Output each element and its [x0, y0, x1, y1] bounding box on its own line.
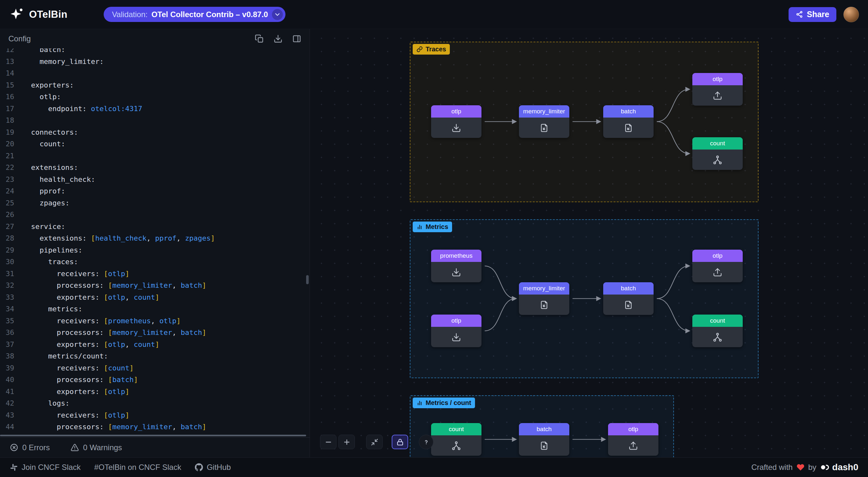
collapse-panel-button[interactable] — [292, 34, 301, 43]
code-line[interactable]: 14 — [0, 67, 310, 80]
pipeline-node-t-count[interactable]: count — [692, 137, 743, 170]
code-text: receivers: [count] — [23, 362, 134, 374]
code-line[interactable]: 31 receivers: [otlp] — [0, 268, 310, 280]
code-line[interactable]: 39 receivers: [count] — [0, 362, 310, 374]
line-number: 35 — [0, 315, 23, 327]
line-number: 15 — [0, 80, 23, 91]
node-body — [608, 435, 658, 456]
code-editor[interactable]: 12 batch:13 memory_limiter:1415exporters… — [0, 49, 310, 437]
zoom-in-button[interactable] — [338, 435, 355, 449]
editor-vertical-scrollbar[interactable] — [306, 275, 309, 284]
validation-dropdown[interactable]: Validation: OTel Collector Contrib – v0.… — [104, 7, 285, 22]
code-line[interactable]: 44 processors: [memory_limiter, batch] — [0, 421, 310, 433]
user-avatar[interactable] — [843, 7, 859, 22]
editor-horizontal-scrollbar[interactable] — [0, 435, 306, 436]
code-line[interactable]: 42 logs: — [0, 397, 310, 410]
code-line[interactable]: 17 endpoint: otelcol:4317 — [0, 103, 310, 115]
pipeline-canvas[interactable]: TracesMetricsMetrics / count otlpmemory_… — [310, 29, 868, 457]
code-text: exporters: [otlp, count] — [23, 292, 159, 304]
processor-icon — [539, 123, 549, 133]
code-line[interactable]: 34 metrics: — [0, 303, 310, 315]
code-line[interactable]: 33 exporters: [otlp, count] — [0, 292, 310, 304]
editor-status-bar: 0 Errors 0 Warnings — [0, 437, 310, 457]
pipeline-node-t-otlp-r[interactable]: otlp — [431, 105, 482, 138]
code-text: health_check: — [23, 174, 95, 186]
code-line[interactable]: 26 — [0, 209, 310, 221]
code-line[interactable]: 41 exporters: [otlp] — [0, 386, 310, 398]
lock-icon — [396, 438, 404, 446]
pipeline-node-t-otlp-e[interactable]: otlp — [692, 73, 743, 106]
collapse-panel-icon — [292, 34, 301, 43]
code-line[interactable]: 28 extensions: [health_check, pprof, zpa… — [0, 233, 310, 244]
pipeline-edge — [485, 299, 516, 331]
code-line[interactable]: 24 pprof: — [0, 185, 310, 197]
code-line[interactable]: 35 receivers: [prometheus, otlp] — [0, 315, 310, 327]
zoom-out-button[interactable] — [320, 435, 337, 449]
code-text: exporters: — [23, 80, 73, 91]
pipeline-node-m-otlp-e[interactable]: otlp — [692, 250, 743, 282]
share-button[interactable]: Share — [788, 7, 836, 22]
pipeline-node-m-prom[interactable]: prometheus — [431, 250, 482, 282]
footer-link-1[interactable]: #OTelBin on CNCF Slack — [94, 463, 181, 472]
share-icon — [796, 11, 803, 18]
code-line[interactable]: 38 metrics/count: — [0, 350, 310, 362]
node-body — [519, 295, 569, 315]
code-text: pipelines: — [23, 244, 82, 257]
pipeline-node-m-batch[interactable]: batch — [603, 282, 654, 315]
copy-config-button[interactable] — [255, 34, 264, 43]
pipeline-node-m-count[interactable]: count — [692, 315, 743, 347]
node-body — [431, 118, 482, 138]
processor-icon — [539, 300, 549, 310]
connector-icon — [713, 155, 722, 165]
code-line[interactable]: 18 — [0, 115, 310, 127]
code-line[interactable]: 12 batch: — [0, 49, 310, 56]
code-line[interactable]: 27service: — [0, 221, 310, 233]
fit-view-button[interactable] — [366, 435, 383, 449]
line-number: 28 — [0, 233, 23, 244]
code-line[interactable]: 21 — [0, 150, 310, 162]
code-line[interactable]: 32 processors: [memory_limiter, batch] — [0, 280, 310, 292]
code-line[interactable]: 37 exporters: [otlp, count] — [0, 339, 310, 351]
help-button[interactable] — [419, 435, 433, 449]
code-line[interactable]: 43 receivers: [otlp] — [0, 410, 310, 421]
code-text: otlp: — [23, 91, 61, 103]
node-body — [519, 435, 569, 456]
otelbin-logo-link[interactable]: OTelBin — [9, 7, 67, 22]
code-line[interactable]: 29 pipelines: — [0, 244, 310, 257]
code-text: extensions: — [23, 162, 78, 174]
lock-button[interactable] — [392, 435, 408, 449]
line-number: 33 — [0, 292, 23, 304]
pipeline-edge — [657, 89, 689, 122]
pipeline-node-m-mem[interactable]: memory_limiter — [519, 282, 569, 315]
code-line[interactable]: 40 processors: [batch] — [0, 374, 310, 386]
code-text: zpages: — [23, 197, 69, 209]
pipeline-node-m-otlp-r[interactable]: otlp — [431, 315, 482, 347]
code-line[interactable]: 19connectors: — [0, 127, 310, 139]
code-line[interactable]: 23 health_check: — [0, 174, 310, 186]
pipeline-node-t-batch[interactable]: batch — [603, 105, 654, 138]
code-line[interactable]: 16 otlp: — [0, 91, 310, 103]
pipeline-node-mc-count[interactable]: count — [431, 423, 482, 456]
code-line[interactable]: 25 zpages: — [0, 197, 310, 209]
line-number: 22 — [0, 162, 23, 174]
node-title: otlp — [608, 423, 658, 435]
pipeline-node-mc-batch[interactable]: batch — [519, 423, 569, 456]
footer-link-2[interactable]: GitHub — [195, 463, 231, 472]
warnings-label: 0 Warnings — [83, 443, 122, 452]
code-line[interactable]: 13 memory_limiter: — [0, 56, 310, 68]
node-title: memory_limiter — [519, 105, 569, 118]
line-number: 43 — [0, 410, 23, 421]
code-line[interactable]: 22extensions: — [0, 162, 310, 174]
download-config-button[interactable] — [274, 34, 283, 43]
code-line[interactable]: 15exporters: — [0, 80, 310, 91]
code-line[interactable]: 30 traces: — [0, 256, 310, 268]
code-line[interactable]: 36 processors: [memory_limiter, batch] — [0, 327, 310, 339]
footer-credit: Crafted with by dash0 — [751, 462, 858, 473]
footer-link-0[interactable]: Join CNCF Slack — [10, 463, 81, 472]
dash0-link[interactable]: dash0 — [820, 462, 858, 473]
pipeline-node-t-mem[interactable]: memory_limiter — [519, 105, 569, 138]
pipeline-edge — [657, 299, 689, 331]
code-text: processors: [memory_limiter, batch] — [23, 421, 206, 433]
pipeline-node-mc-otlp[interactable]: otlp — [608, 423, 658, 456]
code-line[interactable]: 20 count: — [0, 138, 310, 150]
